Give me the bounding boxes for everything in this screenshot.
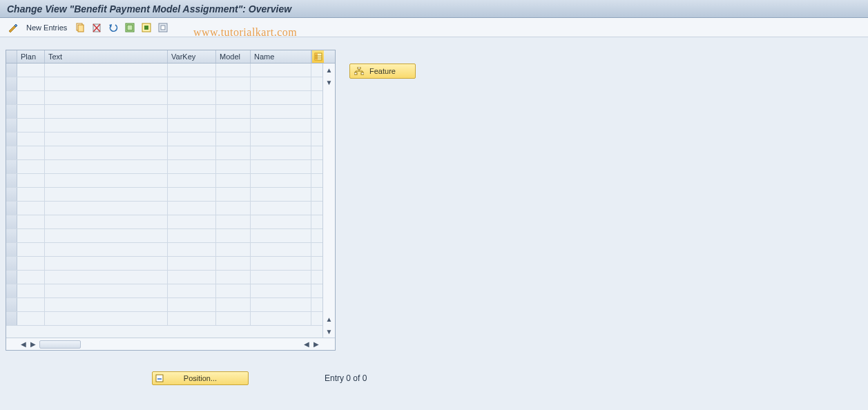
row-selector[interactable] xyxy=(6,119,17,132)
cell-plan[interactable] xyxy=(17,133,45,146)
cell-varkey[interactable] xyxy=(168,64,216,77)
new-entries-button[interactable]: New Entries xyxy=(26,23,67,32)
table-row[interactable] xyxy=(6,202,322,215)
cell-text[interactable] xyxy=(45,271,168,284)
cell-plan[interactable] xyxy=(17,243,45,256)
display-change-toggle-icon[interactable] xyxy=(7,21,19,34)
scroll-right-step-icon[interactable]: ▶ xyxy=(28,340,38,349)
cell-plan[interactable] xyxy=(17,160,45,173)
cell-varkey[interactable] xyxy=(168,215,216,228)
cell-plan[interactable] xyxy=(17,257,45,270)
cell-name[interactable] xyxy=(251,91,311,104)
table-row[interactable] xyxy=(6,284,322,298)
scroll-left-icon[interactable]: ◀ xyxy=(19,340,28,349)
cell-model[interactable] xyxy=(216,202,251,215)
cell-name[interactable] xyxy=(251,312,311,325)
cell-model[interactable] xyxy=(216,243,251,256)
scroll-down-step-icon[interactable]: ▲ xyxy=(325,314,334,324)
cell-plan[interactable] xyxy=(17,64,45,77)
row-selector[interactable] xyxy=(6,257,17,270)
table-row[interactable] xyxy=(6,312,322,326)
horizontal-scrollbar[interactable]: ◀ ▶ ◀ ▶ xyxy=(6,338,335,350)
vertical-scrollbar[interactable]: ▲ ▼ ▲ ▼ xyxy=(322,64,335,338)
copy-icon[interactable] xyxy=(74,21,86,34)
cell-plan[interactable] xyxy=(17,77,45,90)
cell-text[interactable] xyxy=(45,105,168,118)
table-row[interactable] xyxy=(6,77,322,91)
cell-varkey[interactable] xyxy=(168,271,216,284)
cell-name[interactable] xyxy=(251,271,311,284)
cell-varkey[interactable] xyxy=(168,146,216,159)
table-settings-icon[interactable] xyxy=(311,50,324,63)
cell-name[interactable] xyxy=(251,188,311,201)
cell-name[interactable] xyxy=(251,229,311,242)
cell-model[interactable] xyxy=(216,64,251,77)
cell-model[interactable] xyxy=(216,284,251,297)
cell-plan[interactable] xyxy=(17,188,45,201)
row-selector[interactable] xyxy=(6,105,17,118)
deselect-all-icon[interactable] xyxy=(157,21,169,34)
cell-varkey[interactable] xyxy=(168,77,216,90)
scroll-up-step-icon[interactable]: ▼ xyxy=(325,77,334,87)
row-selector[interactable] xyxy=(6,243,17,256)
cell-text[interactable] xyxy=(45,257,168,270)
feature-button[interactable]: Feature xyxy=(349,64,416,79)
cell-plan[interactable] xyxy=(17,91,45,104)
cell-plan[interactable] xyxy=(17,105,45,118)
cell-varkey[interactable] xyxy=(168,243,216,256)
scroll-up-icon[interactable]: ▲ xyxy=(325,65,334,75)
row-selector[interactable] xyxy=(6,77,17,90)
undo-icon[interactable] xyxy=(107,21,119,34)
cell-varkey[interactable] xyxy=(168,312,216,325)
select-block-icon[interactable] xyxy=(140,21,153,34)
cell-model[interactable] xyxy=(216,188,251,201)
row-selector[interactable] xyxy=(6,174,17,187)
cell-text[interactable] xyxy=(45,298,168,311)
cell-varkey[interactable] xyxy=(168,298,216,311)
scroll-down-icon[interactable]: ▼ xyxy=(325,326,334,336)
cell-name[interactable] xyxy=(251,298,311,311)
cell-text[interactable] xyxy=(45,215,168,228)
hscroll-thumb[interactable] xyxy=(39,340,81,349)
table-row[interactable] xyxy=(6,64,322,77)
cell-model[interactable] xyxy=(216,105,251,118)
table-row[interactable] xyxy=(6,91,322,105)
row-selector[interactable] xyxy=(6,91,17,104)
row-selector[interactable] xyxy=(6,298,17,311)
cell-model[interactable] xyxy=(216,119,251,132)
table-row[interactable] xyxy=(6,257,322,271)
cell-text[interactable] xyxy=(45,160,168,173)
table-row[interactable] xyxy=(6,160,322,174)
cell-model[interactable] xyxy=(216,312,251,325)
cell-name[interactable] xyxy=(251,105,311,118)
col-header-plan[interactable]: Plan xyxy=(17,50,45,63)
select-all-icon[interactable] xyxy=(124,21,136,34)
cell-plan[interactable] xyxy=(17,202,45,215)
cell-varkey[interactable] xyxy=(168,229,216,242)
table-row[interactable] xyxy=(6,119,322,133)
cell-text[interactable] xyxy=(45,188,168,201)
cell-varkey[interactable] xyxy=(168,133,216,146)
cell-name[interactable] xyxy=(251,284,311,297)
table-row[interactable] xyxy=(6,271,322,284)
cell-model[interactable] xyxy=(216,174,251,187)
row-selector[interactable] xyxy=(6,146,17,159)
table-row[interactable] xyxy=(6,174,322,188)
table-row[interactable] xyxy=(6,188,322,202)
cell-varkey[interactable] xyxy=(168,174,216,187)
cell-plan[interactable] xyxy=(17,215,45,228)
cell-text[interactable] xyxy=(45,284,168,297)
row-selector-header[interactable] xyxy=(6,50,17,63)
table-row[interactable] xyxy=(6,243,322,257)
table-row[interactable] xyxy=(6,146,322,160)
row-selector[interactable] xyxy=(6,215,17,228)
cell-name[interactable] xyxy=(251,64,311,77)
row-selector[interactable] xyxy=(6,188,17,201)
cell-model[interactable] xyxy=(216,257,251,270)
cell-text[interactable] xyxy=(45,91,168,104)
cell-model[interactable] xyxy=(216,298,251,311)
cell-varkey[interactable] xyxy=(168,202,216,215)
cell-model[interactable] xyxy=(216,91,251,104)
scroll-right-icon[interactable]: ▶ xyxy=(311,340,321,349)
table-row[interactable] xyxy=(6,133,322,146)
